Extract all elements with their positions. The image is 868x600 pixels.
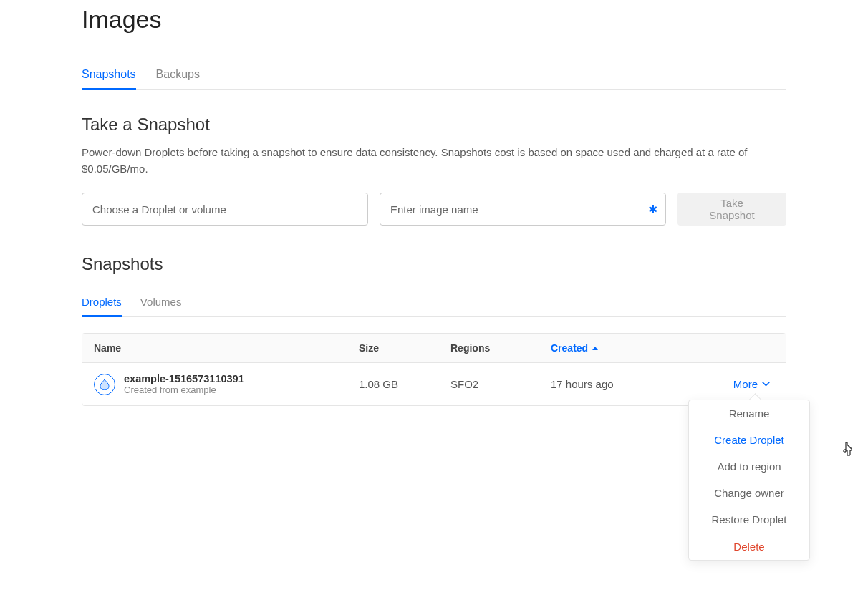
col-size[interactable]: Size	[359, 342, 450, 354]
more-label: More	[733, 378, 758, 390]
droplet-select-wrap	[82, 193, 368, 226]
row-regions-cell: SFO2	[450, 378, 551, 390]
table-header: Name Size Regions Created	[82, 334, 786, 363]
image-name-wrap: ✱	[380, 193, 666, 226]
snapshots-heading: Snapshots	[82, 254, 786, 274]
cursor-icon	[842, 441, 854, 457]
more-dropdown: Rename Create Droplet Add to region Chan…	[688, 400, 810, 561]
row-created-text: 17 hours ago	[551, 378, 614, 390]
col-regions[interactable]: Regions	[450, 342, 551, 354]
dropdown-delete[interactable]: Delete	[689, 533, 809, 560]
chevron-down-icon	[762, 382, 770, 387]
snapshots-table: Name Size Regions Created example-151657…	[82, 333, 786, 406]
col-name[interactable]: Name	[94, 342, 359, 354]
table-row: example-1516573110391 Created from examp…	[82, 363, 786, 405]
dropdown-rename[interactable]: Rename	[689, 400, 809, 427]
take-snapshot-button[interactable]: Take Snapshot	[677, 193, 786, 226]
snapshot-form-row: ✱ Take Snapshot	[82, 193, 786, 226]
dropdown-change-owner[interactable]: Change owner	[689, 480, 809, 506]
col-created-label: Created	[551, 342, 588, 354]
dropdown-add-region[interactable]: Add to region	[689, 453, 809, 480]
row-name-cell: example-1516573110391 Created from examp…	[94, 373, 359, 395]
top-tabs: Snapshots Backups	[82, 61, 786, 90]
snapshot-name[interactable]: example-1516573110391	[124, 373, 244, 384]
snapshots-sub-tabs: Droplets Volumes	[82, 289, 786, 317]
sub-tab-volumes[interactable]: Volumes	[140, 289, 182, 317]
col-created[interactable]: Created	[551, 342, 774, 354]
row-created-cell: 17 hours ago More	[551, 378, 774, 390]
image-name-input[interactable]	[380, 193, 666, 226]
row-name-text: example-1516573110391 Created from examp…	[124, 373, 244, 395]
droplet-icon	[94, 374, 115, 395]
droplet-select[interactable]	[82, 193, 368, 226]
take-snapshot-description: Power-down Droplets before taking a snap…	[82, 145, 786, 177]
take-snapshot-heading: Take a Snapshot	[82, 115, 786, 135]
row-size-cell: 1.08 GB	[359, 378, 450, 390]
snapshot-subtitle: Created from example	[124, 384, 244, 395]
tab-backups[interactable]: Backups	[156, 61, 200, 90]
more-button[interactable]: More	[733, 378, 774, 390]
required-icon: ✱	[648, 203, 657, 216]
tab-snapshots[interactable]: Snapshots	[82, 61, 136, 90]
sort-asc-icon	[592, 347, 598, 350]
dropdown-restore-droplet[interactable]: Restore Droplet	[689, 506, 809, 533]
sub-tab-droplets[interactable]: Droplets	[82, 289, 122, 317]
dropdown-create-droplet[interactable]: Create Droplet	[689, 427, 809, 453]
page-title: Images	[82, 6, 786, 34]
